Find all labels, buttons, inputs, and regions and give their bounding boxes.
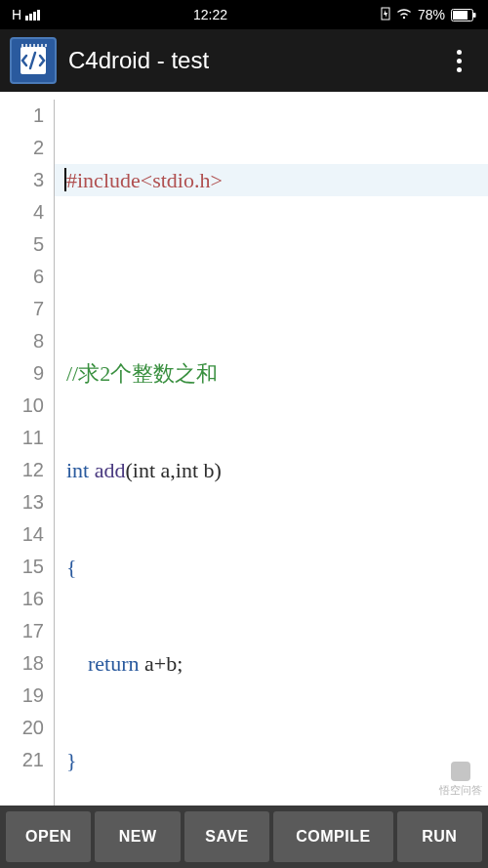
line-number: 17 (0, 615, 44, 647)
compile-button[interactable]: COMPILE (273, 811, 392, 862)
code-editor[interactable]: 1 2 3 4 5 6 7 8 9 10 11 12 13 14 15 16 1… (0, 92, 488, 806)
code-line[interactable]: { (66, 551, 488, 583)
save-button[interactable]: SAVE (184, 811, 269, 862)
text-cursor (64, 168, 66, 191)
status-bar: H 12:22 78% (0, 0, 488, 29)
run-button[interactable]: RUN (397, 811, 482, 862)
code-line[interactable]: #include<stdio.h> (55, 164, 488, 196)
new-button[interactable]: NEW (95, 811, 180, 862)
line-number: 14 (0, 518, 44, 551)
line-gutter: 1 2 3 4 5 6 7 8 9 10 11 12 13 14 15 16 1… (0, 100, 55, 806)
charging-icon (381, 7, 390, 23)
svg-rect-4 (473, 13, 476, 18)
line-number: 8 (0, 325, 44, 357)
code-line[interactable] (66, 261, 488, 293)
clock: 12:22 (193, 7, 227, 22)
line-number: 10 (0, 390, 44, 422)
line-number: 18 (0, 647, 44, 680)
battery-icon (451, 9, 476, 21)
watermark-text: 悟空问答 (439, 783, 482, 798)
line-number: 19 (0, 680, 44, 712)
code-line[interactable]: return a+b; (66, 647, 488, 680)
line-number: 6 (0, 261, 44, 293)
app-icon (10, 37, 57, 84)
line-number: 5 (0, 228, 44, 261)
status-right: 78% (381, 7, 476, 23)
code-line[interactable]: } (66, 744, 488, 776)
line-number: 4 (0, 196, 44, 228)
line-number: 1 (0, 100, 44, 132)
line-number: 15 (0, 551, 44, 583)
svg-point-2 (403, 17, 405, 19)
app-title: C4droid - test (68, 47, 439, 74)
code-area[interactable]: #include<stdio.h> //求2个整数之和 int add(int … (55, 100, 488, 806)
bottom-toolbar: OPEN NEW SAVE COMPILE RUN (0, 806, 488, 868)
watermark: 悟空问答 (439, 762, 482, 798)
wifi-icon (396, 7, 412, 22)
open-button[interactable]: OPEN (6, 811, 91, 862)
line-number: 11 (0, 422, 44, 454)
line-number: 20 (0, 712, 44, 744)
line-number: 16 (0, 583, 44, 615)
signal-icon (25, 10, 40, 21)
svg-marker-1 (384, 10, 387, 18)
line-number: 7 (0, 293, 44, 325)
code-line[interactable]: //求2个整数之和 (66, 357, 488, 390)
status-left: H (12, 7, 40, 22)
line-number: 13 (0, 486, 44, 518)
line-number: 2 (0, 132, 44, 164)
svg-rect-5 (453, 11, 468, 20)
watermark-icon (451, 762, 470, 781)
app-header: C4droid - test (0, 29, 488, 92)
code-line[interactable]: int add(int a,int b) (66, 454, 488, 486)
battery-pct: 78% (418, 7, 445, 22)
line-number: 9 (0, 357, 44, 390)
carrier-label: H (12, 7, 21, 22)
line-number: 21 (0, 744, 44, 776)
line-number: 3 (0, 164, 44, 196)
line-number: 12 (0, 454, 44, 486)
overflow-menu-button[interactable] (439, 41, 478, 80)
